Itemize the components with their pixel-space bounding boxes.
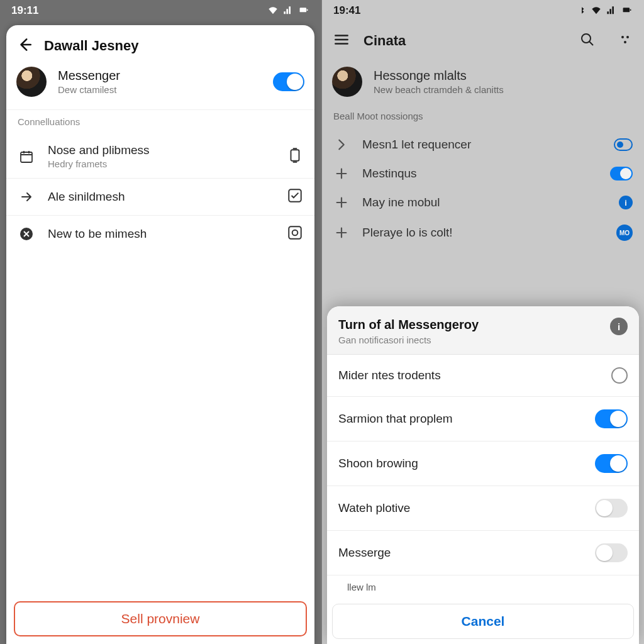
battery-icon [298, 6, 309, 15]
battery-icon [621, 6, 633, 15]
option-shoon[interactable]: Shoon browing [327, 441, 639, 486]
back-icon[interactable] [16, 36, 33, 55]
menu-icon[interactable] [333, 31, 350, 50]
plus-icon [333, 167, 350, 180]
row-title: New to be mimesh [48, 227, 274, 241]
row-mayine[interactable]: May ine mobul i [322, 188, 644, 217]
svg-rect-3 [291, 150, 299, 160]
bottom-sheet: Turn of al Messengeroy Gan notificasori … [327, 306, 639, 644]
option-messerge[interactable]: Messerge [327, 531, 639, 575]
row-title: Ale sinildmesh [48, 190, 274, 204]
chevron-right-icon [333, 138, 350, 152]
sheet-title: Turn of al Messengeroy [338, 318, 602, 332]
screen-left: 19:11 Dawall Jesney Messenger Dew ctamil… [0, 0, 322, 644]
settings-card: Dawall Jesney Messenger Dew ctamilest Co… [6, 25, 314, 644]
row-requencer[interactable]: Mesn1 let requencer [322, 130, 644, 159]
toggle[interactable] [595, 499, 628, 518]
wifi-icon [591, 6, 601, 16]
plus-icon [333, 226, 350, 240]
row-mestinqus[interactable]: Mestinqus [322, 159, 644, 188]
option-sarmion[interactable]: Sarmion that proplem [327, 397, 639, 441]
profile-name: Messenger [58, 69, 262, 83]
close-circle-icon [18, 226, 35, 242]
svg-point-12 [626, 36, 629, 38]
messenger-toggle[interactable] [273, 72, 304, 91]
option-mider[interactable]: Mider ntes trodents [327, 355, 639, 397]
profile-row[interactable]: Messenger Dew ctamilest [6, 62, 314, 109]
header: Cinata [322, 21, 644, 60]
calendar-icon [18, 149, 35, 164]
svg-rect-2 [21, 152, 32, 162]
bluetooth-icon [577, 6, 586, 15]
svg-rect-1 [307, 9, 308, 11]
status-time: 19:41 [333, 4, 360, 17]
row-ale[interactable]: Ale sinildmesh [6, 178, 314, 215]
row-sub: Hedry framets [48, 158, 274, 169]
row-new[interactable]: New to be mimesh [6, 215, 314, 252]
option-wateh[interactable]: Wateh plotive [327, 486, 639, 531]
profile-row[interactable]: Hessonge mlalts New beach ctramdeh & cla… [322, 60, 644, 107]
row-pleraye[interactable]: Pleraye lo is colt! MO [322, 217, 644, 248]
signal-icon [606, 6, 616, 16]
arrow-right-icon [18, 189, 35, 204]
outline-toggle[interactable] [614, 138, 633, 151]
svg-point-7 [292, 230, 298, 236]
avatar [332, 67, 362, 97]
page-title: Cinata [364, 33, 566, 49]
row-nose[interactable]: Nose and plibmess Hedry framets [6, 135, 314, 178]
avatar [16, 67, 47, 97]
toggle[interactable] [610, 167, 633, 180]
info-icon[interactable]: i [619, 196, 633, 209]
wifi-icon [268, 6, 278, 16]
more-icon[interactable] [618, 32, 633, 50]
svg-point-10 [582, 34, 591, 43]
svg-rect-8 [623, 8, 630, 12]
info-icon[interactable]: i [610, 318, 628, 335]
screen-right: 19:41 Cinata Hessonge mlalts [322, 0, 644, 644]
cancel-button[interactable]: Cancel [332, 604, 634, 639]
plus-icon [333, 196, 350, 209]
svg-point-13 [624, 41, 626, 43]
toggle[interactable] [595, 409, 628, 428]
status-bar: 19:11 [0, 0, 321, 21]
checkbox-checked-icon[interactable] [287, 187, 303, 206]
toggle[interactable] [595, 543, 628, 562]
svg-rect-9 [630, 9, 631, 11]
profile-sub: New beach ctramdeh & clanitts [374, 84, 504, 95]
sheet-sub: Gan notificasori inects [338, 335, 602, 345]
section-label: Connelluations [6, 109, 314, 135]
device-icon [287, 147, 303, 166]
svg-point-11 [621, 36, 624, 38]
badge-icon: MO [616, 225, 633, 241]
toggle[interactable] [595, 454, 628, 473]
camera-box-icon [287, 225, 303, 243]
status-bar: 19:41 [322, 0, 644, 21]
sheet-extra-row[interactable]: llew lm [327, 575, 639, 599]
profile-sub: Dew ctamilest [58, 84, 262, 95]
section-label: Beall Moot nossiongs [322, 107, 644, 130]
sell-provniew-button[interactable]: Sell provniew [14, 601, 307, 636]
profile-name: Hessonge mlalts [374, 69, 504, 83]
page-title: Dawall Jesney [44, 38, 138, 54]
svg-rect-6 [289, 226, 301, 239]
signal-icon [283, 6, 293, 16]
svg-rect-0 [300, 8, 307, 12]
row-title: Nose and plibmess [48, 143, 274, 157]
status-time: 19:11 [11, 4, 38, 17]
search-icon[interactable] [580, 32, 595, 50]
radio-icon[interactable] [611, 367, 628, 384]
